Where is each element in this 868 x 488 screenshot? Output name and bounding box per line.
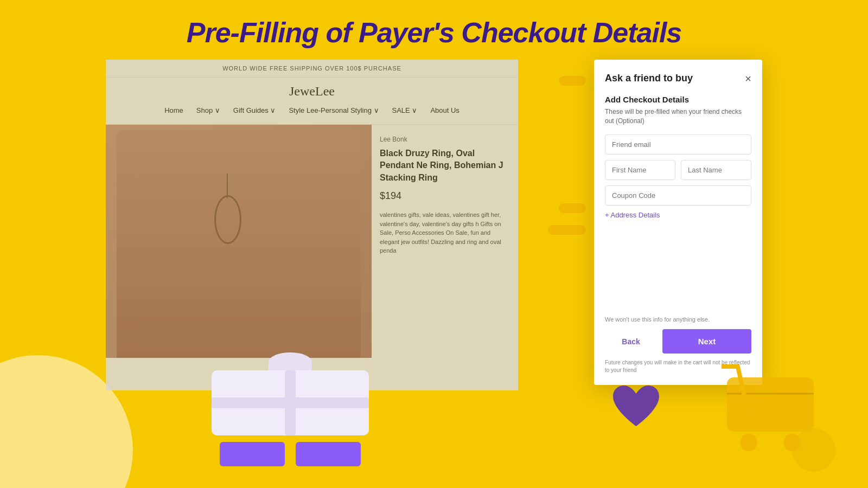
gift-ribbon-horizontal — [212, 397, 369, 408]
gift-bow-left — [269, 352, 312, 371]
store-panel: WORLD WIDE FREE SHIPPING OVER 100$ PURCH… — [106, 60, 518, 390]
nav-style[interactable]: Style Lee-Personal Styling ∨ — [289, 106, 379, 114]
store-info: Lee Bonk Black Druzy Ring, Oval Pendant … — [372, 125, 518, 358]
product-image-bg — [117, 130, 361, 358]
modal-close-button[interactable]: × — [745, 73, 751, 84]
deco-circle — [792, 428, 835, 472]
nav-shop[interactable]: Shop ∨ — [196, 106, 220, 114]
store-topbar: WORLD WIDE FREE SHIPPING OVER 100$ PURCH… — [106, 60, 518, 78]
product-price: $194 — [380, 190, 510, 202]
address-details-toggle[interactable]: + Address Details — [605, 211, 751, 219]
next-button[interactable]: Next — [662, 329, 751, 354]
coupon-code-input[interactable] — [605, 185, 751, 206]
modal-panel: Ask a friend to buy × Add Checkout Detai… — [594, 60, 762, 385]
product-description: valentines gifts, vale ideas, valentines… — [380, 210, 510, 255]
nav-gift-guides[interactable]: Gift Guides ∨ — [233, 106, 276, 114]
svg-point-1 — [740, 434, 757, 451]
nav-about[interactable]: About Us — [430, 106, 459, 114]
store-nav: Home Shop ∨ Gift Guides ∨ Style Lee-Pers… — [112, 103, 512, 118]
modal-actions: Back Next — [605, 329, 751, 354]
pendant — [214, 195, 241, 244]
modal-subtitle: These will be pre-filled when your frien… — [605, 107, 751, 126]
gift-btn-right — [296, 442, 361, 466]
gift-decoration — [212, 352, 369, 466]
seller-name: Lee Bonk — [380, 136, 510, 143]
gift-body — [212, 370, 369, 435]
back-button[interactable]: Back — [605, 329, 657, 354]
store-logo: JeweLee — [112, 84, 512, 99]
name-row — [605, 160, 751, 180]
store-header: JeweLee Home Shop ∨ Gift Guides ∨ Style … — [106, 78, 518, 125]
modal-footer-note: We won't use this info for anything else… — [605, 316, 751, 323]
nav-home[interactable]: Home — [164, 106, 183, 114]
gift-btn-left — [220, 442, 285, 466]
friend-email-input[interactable] — [605, 134, 751, 155]
modal-section-title: Add Checkout Details — [605, 95, 751, 104]
pendant-chain — [227, 174, 228, 198]
product-image — [106, 125, 372, 358]
modal-header: Ask a friend to buy × — [605, 73, 751, 84]
page-title: Pre-Filling of Payer's Checkout Details — [0, 0, 868, 60]
heart-decoration — [610, 383, 662, 434]
last-name-input[interactable] — [681, 160, 751, 180]
nav-sale[interactable]: SALE ∨ — [392, 106, 418, 114]
modal-title: Ask a friend to buy — [605, 73, 693, 84]
first-name-input[interactable] — [605, 160, 675, 180]
product-name: Black Druzy Ring, Oval Pendant Ne Ring, … — [380, 147, 510, 184]
store-body: Lee Bonk Black Druzy Ring, Oval Pendant … — [106, 125, 518, 358]
